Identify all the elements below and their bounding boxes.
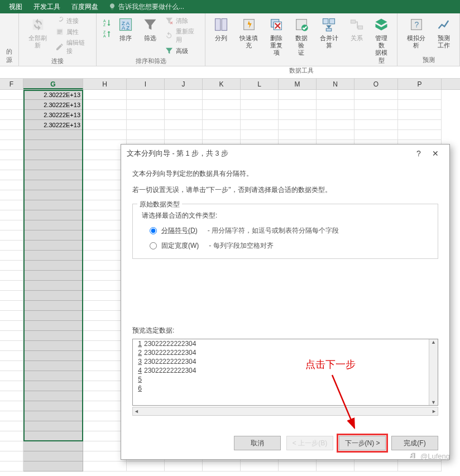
refresh-all-button[interactable]: 全部刷新: [23, 15, 52, 50]
text-to-columns-button[interactable]: 分列: [210, 15, 232, 43]
consolidate-icon: [321, 17, 337, 32]
cell-G2[interactable]: 2.30222E+13: [23, 90, 83, 100]
lightbulb-icon: [108, 3, 116, 11]
svg-text:A: A: [103, 34, 106, 38]
source-label: 的源: [4, 46, 14, 66]
column-header-J[interactable]: J: [165, 79, 203, 89]
clear-icon: [165, 16, 174, 25]
zhihu-icon: [408, 451, 417, 460]
svg-rect-15: [323, 19, 328, 24]
relationships-button[interactable]: 关系: [346, 15, 368, 43]
tab-developer[interactable]: 开发工具: [28, 0, 66, 14]
edit-links-button[interactable]: 编辑链接: [54, 38, 92, 56]
watermark: @Lufeng: [408, 451, 450, 460]
sort-icon: Z AA Z: [118, 17, 133, 32]
data-validation-button[interactable]: 数据验 证: [290, 15, 313, 58]
connections-button[interactable]: 连接: [54, 16, 92, 26]
sort-filter-group-label: 排序和筛选: [101, 56, 200, 67]
reapply-icon: [165, 31, 173, 40]
forecast-icon: [436, 17, 452, 32]
next-button[interactable]: 下一步(N) >: [339, 436, 386, 450]
whatif-button[interactable]: ? 模拟分析: [402, 15, 430, 50]
groupbox-title: 原始数据类型: [137, 200, 182, 209]
ribbon-tabs: 视图 开发工具 百度网盘 告诉我您想要做什么...: [0, 0, 460, 13]
tab-view[interactable]: 视图: [3, 0, 28, 14]
radio-delimited[interactable]: 分隔符号(D) - 用分隔字符，如逗号或制表符分隔每个字段: [150, 226, 431, 235]
choose-label: 请选择最合适的文件类型:: [142, 211, 431, 220]
preview-scrollbar-v[interactable]: ▲▼: [429, 339, 438, 405]
column-header-L[interactable]: L: [241, 79, 279, 89]
group-source: 的源: [0, 13, 19, 66]
flash-fill-icon: [241, 17, 257, 32]
svg-text:A: A: [103, 19, 106, 23]
cell-G4[interactable]: 2.30222E+13: [23, 110, 83, 120]
hint-2: 若一切设置无误，请单击"下一步"，否则请选择最合适的数据类型。: [132, 185, 438, 195]
connections-group-label: 连接: [23, 56, 92, 67]
column-header-M[interactable]: M: [279, 79, 317, 89]
cell-G3[interactable]: 2.30222E+13: [23, 100, 83, 110]
consolidate-button[interactable]: 合并计算: [315, 15, 343, 50]
tab-baidu[interactable]: 百度网盘: [66, 0, 104, 14]
column-header-O[interactable]: O: [354, 79, 398, 89]
column-header-H[interactable]: H: [83, 79, 127, 89]
radio-delimited-input[interactable]: [150, 227, 157, 234]
data-tools-group-label: 数据工具: [210, 65, 392, 76]
original-data-type-group: 原始数据类型 请选择最合适的文件类型: 分隔符号(D) - 用分隔字符，如逗号或…: [132, 204, 438, 259]
cancel-button[interactable]: 取消: [234, 436, 281, 450]
remove-dup-icon: [269, 17, 284, 32]
refresh-icon: [30, 17, 46, 32]
preview-scrollbar-h[interactable]: ◄►: [132, 407, 438, 416]
dialog-titlebar: 文本分列向导 - 第 1 步，共 3 步 ? ✕: [121, 145, 449, 162]
clear-filter-button[interactable]: 清除: [164, 16, 200, 26]
svg-line-22: [332, 375, 354, 428]
group-sort-filter: AZ ZA Z AA Z 排序 筛选 清除 重新应用 高级 排序和筛选: [97, 13, 205, 66]
validation-icon: [294, 17, 309, 32]
annotation-text: 点击下一步: [305, 358, 356, 371]
cell-G5[interactable]: 2.30222E+13: [23, 120, 83, 130]
column-header-K[interactable]: K: [203, 79, 241, 89]
group-forecast: ? 模拟分析 预测 工作 预测: [397, 13, 460, 66]
column-header-I[interactable]: I: [127, 79, 165, 89]
filter-button[interactable]: 筛选: [139, 15, 161, 43]
advanced-filter-button[interactable]: 高级: [164, 46, 200, 56]
data-model-button[interactable]: 管理数 据模型: [370, 15, 392, 65]
column-header-N[interactable]: N: [317, 79, 354, 89]
svg-text:Z: Z: [103, 23, 106, 27]
edit-links-icon: [55, 42, 64, 51]
tell-me[interactable]: 告诉我您想要做什么...: [108, 2, 184, 12]
remove-duplicates-button[interactable]: 删除 重复项: [265, 15, 288, 58]
svg-rect-9: [222, 19, 227, 31]
forecast-sheet-button[interactable]: 预测 工作: [433, 15, 455, 50]
preview-box: 123456 230222222223042302222222230423022…: [132, 339, 438, 406]
properties-button[interactable]: 属性: [54, 27, 92, 37]
svg-text:?: ?: [414, 20, 419, 29]
dialog-close-button[interactable]: ✕: [427, 149, 444, 158]
ribbon: 的源 全部刷新 连接 属性 编辑链接 连接 AZ ZA Z AA Z 排序: [0, 13, 460, 66]
group-connections: 全部刷新 连接 属性 编辑链接 连接: [19, 13, 97, 66]
radio-fixed-width-input[interactable]: [150, 242, 157, 249]
radio-fixed-width[interactable]: 固定宽度(W) - 每列字段加空格对齐: [150, 241, 431, 251]
sort-button[interactable]: Z AA Z 排序: [114, 15, 137, 43]
svg-rect-18: [351, 20, 355, 23]
column-header-P[interactable]: P: [398, 79, 442, 89]
svg-rect-19: [358, 26, 362, 29]
flash-fill-button[interactable]: 快速填充: [234, 15, 263, 50]
hint-1: 文本分列向导判定您的数据具有分隔符。: [132, 169, 438, 179]
forecast-group-label: 预测: [402, 55, 455, 66]
link-icon: [55, 16, 64, 25]
svg-rect-16: [329, 19, 334, 24]
sort-desc-icon: ZA: [102, 30, 111, 39]
preview-label: 预览选定数据:: [132, 326, 438, 335]
dialog-help-button[interactable]: ?: [410, 149, 427, 158]
column-header-G[interactable]: G: [23, 79, 83, 89]
back-button[interactable]: < 上一步(B): [286, 436, 333, 450]
funnel-icon: [142, 17, 158, 32]
sort-asc-button[interactable]: AZ: [101, 18, 112, 28]
dialog-title: 文本分列向导 - 第 1 步，共 3 步: [127, 149, 410, 158]
sort-desc-button[interactable]: ZA: [101, 29, 112, 39]
svg-text:Z: Z: [103, 30, 106, 34]
text-to-columns-wizard-dialog: 文本分列向导 - 第 1 步，共 3 步 ? ✕ 文本分列向导判定您的数据具有分…: [121, 144, 450, 460]
reapply-button[interactable]: 重新应用: [164, 27, 200, 45]
finish-button[interactable]: 完成(F): [391, 436, 438, 450]
column-header-F[interactable]: F: [0, 79, 23, 89]
